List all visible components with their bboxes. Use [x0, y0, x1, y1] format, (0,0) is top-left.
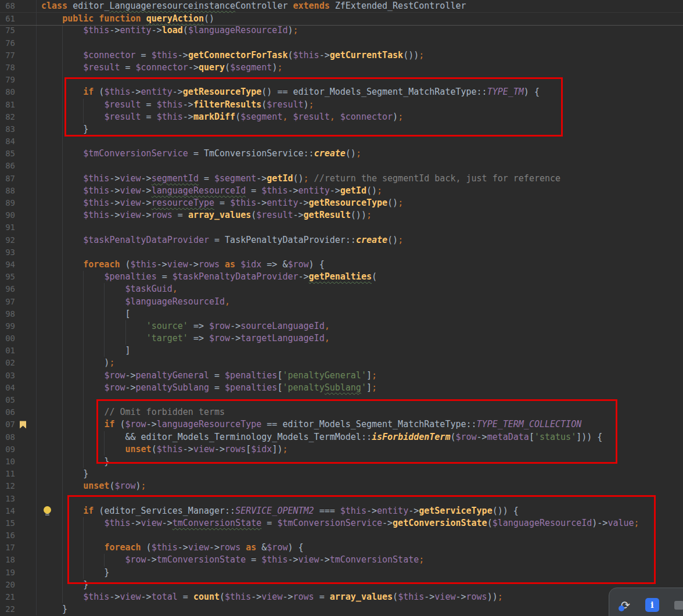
sticky-code-line[interactable]: 68class editor_LanguageresourceinstanceC… — [0, 0, 683, 13]
code-line[interactable]: 94 foreach ($this->view->rows as $idx =>… — [0, 259, 683, 271]
code-text[interactable]: $connector = $this->getConnectorForTask(… — [37, 49, 683, 62]
code-line[interactable]: 12 unset($row); — [0, 480, 683, 492]
code-line[interactable]: 21 $this->view->total = count($this->vie… — [0, 591, 683, 603]
code-line[interactable]: 90 $this->view->rows = array_values($res… — [0, 209, 683, 221]
line-number[interactable]: 97 — [0, 296, 15, 308]
code-line[interactable]: 88 $this->view->languageResourceId = $th… — [0, 185, 683, 197]
line-number[interactable]: 78 — [0, 62, 15, 74]
intention-bulb-icon[interactable] — [44, 506, 51, 514]
code-line[interactable]: 96 $taskGuid, — [0, 283, 683, 295]
code-line[interactable]: 89 $this->view->resourceType = $this->en… — [0, 197, 683, 209]
code-text[interactable]: $this->view->total = count($this->view->… — [37, 591, 683, 603]
code-line[interactable]: 01 ] — [0, 345, 683, 357]
line-number[interactable]: 95 — [0, 271, 15, 283]
code-text[interactable]: $taskGuid, — [37, 283, 683, 295]
line-number[interactable]: 03 — [0, 370, 15, 382]
code-line[interactable]: 75 $this->entity->load($languageResource… — [0, 24, 683, 37]
line-number[interactable]: 20 — [0, 579, 15, 591]
code-text[interactable] — [37, 221, 683, 234]
line-number[interactable]: 16 — [0, 529, 15, 542]
line-number[interactable]: 21 — [0, 591, 15, 603]
code-text[interactable] — [37, 37, 683, 49]
code-text[interactable] — [37, 160, 683, 172]
code-text[interactable]: ] — [37, 345, 683, 357]
code-line[interactable]: 85 $tmConversionService = TmConversionSe… — [0, 148, 683, 160]
code-text[interactable]: unset($row); — [37, 480, 683, 492]
code-text[interactable]: public function queryAction() — [37, 13, 683, 25]
line-number[interactable]: 13 — [0, 493, 15, 505]
line-number[interactable]: 76 — [0, 37, 15, 49]
line-number[interactable]: 14 — [0, 505, 15, 517]
line-number[interactable]: 80 — [0, 86, 15, 98]
line-number[interactable]: 87 — [0, 173, 15, 185]
line-number[interactable]: 17 — [0, 542, 15, 554]
code-line[interactable]: 76 — [0, 37, 683, 49]
code-text[interactable]: $languageResourceId, — [37, 296, 683, 308]
code-line[interactable]: 03 $row->penaltyGeneral = $penalties['pe… — [0, 370, 683, 382]
line-number[interactable]: 00 — [0, 332, 15, 345]
code-text[interactable]: $row->penaltySublang = $penalties['penal… — [37, 382, 683, 394]
line-number[interactable]: 90 — [0, 209, 15, 221]
code-line[interactable]: 84 — [0, 135, 683, 148]
code-text[interactable]: $this->view->resourceType = $this->entit… — [37, 197, 683, 209]
code-line[interactable]: 22 } — [0, 603, 683, 615]
code-text[interactable]: $this->entity->load($languageResourceId)… — [37, 24, 683, 37]
code-text[interactable]: [ — [37, 308, 683, 320]
code-line[interactable]: 98 [ — [0, 308, 683, 320]
code-text[interactable]: $tmConversionService = TmConversionServi… — [37, 148, 683, 160]
line-number[interactable]: 75 — [0, 24, 15, 37]
line-number[interactable]: 94 — [0, 259, 15, 271]
code-line[interactable]: 11 } — [0, 468, 683, 480]
code-text[interactable]: 'source' => $row->sourceLanguageId, — [37, 320, 683, 332]
line-number[interactable]: 07 — [0, 418, 15, 431]
line-number[interactable]: 98 — [0, 308, 15, 320]
line-number[interactable]: 68 — [0, 0, 15, 12]
line-number[interactable]: 22 — [0, 603, 15, 615]
code-text[interactable]: $taskPenaltyDataProvider = TaskPenaltyDa… — [37, 234, 683, 246]
line-number[interactable]: 81 — [0, 99, 15, 111]
code-line[interactable]: 99 'source' => $row->sourceLanguageId, — [0, 320, 683, 332]
code-text[interactable]: $this->view->rows = array_values($result… — [37, 209, 683, 221]
code-line[interactable]: 77 $connector = $this->getConnectorForTa… — [0, 49, 683, 62]
code-text[interactable]: $penalties = $taskPenaltyDataProvider->g… — [37, 271, 683, 283]
line-number[interactable]: 93 — [0, 246, 15, 259]
code-line[interactable]: 91 — [0, 221, 683, 234]
line-number[interactable]: 91 — [0, 221, 15, 234]
code-text[interactable]: ); — [37, 357, 683, 369]
sticky-code-line[interactable]: 61 public function queryAction() — [0, 13, 683, 25]
code-text[interactable]: $this->view->languageResourceId = $this-… — [37, 185, 683, 197]
info-button[interactable]: i — [645, 598, 659, 612]
line-number[interactable]: 06 — [0, 406, 15, 418]
partial-toolbar-icon[interactable] — [674, 601, 683, 610]
bookmark-icon[interactable] — [20, 421, 26, 428]
code-line[interactable]: 97 $languageResourceId, — [0, 296, 683, 308]
code-line[interactable]: 02 ); — [0, 357, 683, 369]
line-number[interactable]: 12 — [0, 480, 15, 492]
line-number[interactable]: 02 — [0, 357, 15, 369]
line-number[interactable]: 09 — [0, 443, 15, 456]
code-line[interactable]: 86 — [0, 160, 683, 172]
code-text[interactable]: } — [37, 603, 683, 615]
line-number[interactable]: 04 — [0, 382, 15, 394]
code-text[interactable]: $this->view->segmentId = $segment->getId… — [37, 173, 683, 185]
code-text[interactable]: $result = $connector->query($segment); — [37, 62, 683, 74]
line-number[interactable]: 83 — [0, 123, 15, 135]
code-line[interactable]: 04 $row->penaltySublang = $penalties['pe… — [0, 382, 683, 394]
code-text[interactable] — [37, 135, 683, 148]
line-number[interactable]: 11 — [0, 468, 15, 480]
code-text[interactable]: foreach ($this->view->rows as $idx => &$… — [37, 259, 683, 271]
code-text[interactable]: class editor_LanguageresourceinstanceCon… — [37, 0, 683, 12]
code-text[interactable] — [37, 246, 683, 259]
line-number[interactable]: 86 — [0, 160, 15, 172]
line-number[interactable]: 18 — [0, 554, 15, 566]
line-number[interactable]: 82 — [0, 111, 15, 123]
code-text[interactable]: $row->penaltyGeneral = $penalties['penal… — [37, 370, 683, 382]
line-number[interactable]: 01 — [0, 345, 15, 357]
line-number[interactable]: 84 — [0, 135, 15, 148]
rerun-button[interactable]: ⟳ — [619, 598, 632, 612]
code-line[interactable]: 95 $penalties = $taskPenaltyDataProvider… — [0, 271, 683, 283]
code-line[interactable]: 92 $taskPenaltyDataProvider = TaskPenalt… — [0, 234, 683, 246]
code-line[interactable]: 87 $this->view->segmentId = $segment->ge… — [0, 173, 683, 185]
line-number[interactable]: 05 — [0, 394, 15, 406]
line-number[interactable]: 79 — [0, 74, 15, 86]
